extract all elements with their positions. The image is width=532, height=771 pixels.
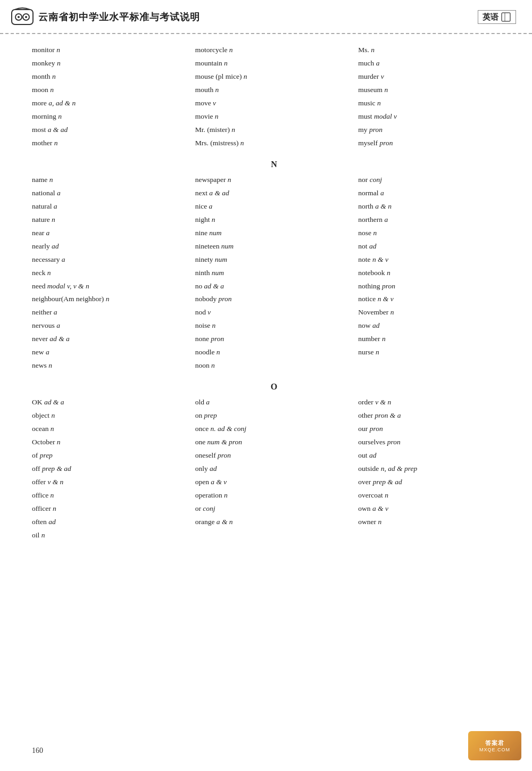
word-entry: our pron [358, 422, 511, 436]
word: oneself [195, 451, 218, 459]
part-of-speech: n [224, 491, 228, 499]
word: mother [32, 139, 54, 147]
word-entry: notebook n [358, 267, 511, 280]
word-entry: nice a [195, 200, 348, 213]
part-of-speech: a [376, 59, 380, 67]
word-entry: one num & pron [195, 436, 348, 449]
watermark-line2: MXQE.COM [479, 747, 510, 752]
logo-icon [11, 5, 34, 29]
part-of-speech: pron [211, 335, 224, 343]
word: my [358, 126, 369, 134]
word-column: newspaper nnext a & adnice anight nnine … [195, 173, 353, 373]
word: museum [358, 86, 384, 94]
part-of-speech: n [385, 491, 388, 499]
part-of-speech: modal v, v & n [47, 282, 89, 290]
word-column: Ms. nmuch amurder vmuseum nmusic nmust m… [358, 44, 516, 150]
part-of-speech: n [212, 321, 216, 329]
word-entry: movie n [195, 110, 348, 123]
part-of-speech: num [209, 229, 221, 237]
part-of-speech: n [224, 59, 228, 67]
svg-point-4 [25, 16, 27, 18]
part-of-speech: n [51, 411, 55, 419]
header-title: 云南省初中学业水平标准与考试说明 [38, 11, 200, 23]
word-entry: over prep & ad [358, 476, 511, 489]
word-entry: normal a [358, 187, 511, 200]
word: no [195, 282, 204, 290]
word: nor [358, 176, 369, 184]
word: nervous [32, 321, 56, 329]
word-entry: nature n [32, 213, 185, 227]
word-entry: oil n [32, 529, 185, 542]
word-entry: music n [358, 97, 511, 110]
part-of-speech: v & n [375, 398, 391, 406]
part-of-speech: n [231, 126, 235, 134]
word: notice [358, 295, 377, 303]
word: motorcycle [195, 46, 229, 54]
part-of-speech: n [53, 504, 56, 512]
word: ninety [195, 255, 215, 263]
part-of-speech: n [52, 72, 56, 80]
part-of-speech: prep & ad [373, 478, 402, 486]
o-section-header: O [32, 382, 516, 392]
word: necessary [32, 255, 62, 263]
part-of-speech: prep [204, 411, 217, 419]
word-entry: north a & n [358, 200, 511, 213]
word-entry: northern a [358, 213, 511, 227]
part-of-speech: v [381, 72, 384, 80]
word: owner [358, 518, 378, 526]
word: new [32, 348, 46, 356]
part-of-speech: n [240, 139, 244, 147]
word: out [358, 451, 369, 459]
word: morning [32, 112, 58, 120]
main-content: monitor nmonkey nmonth nmoon nmore a, ad… [0, 44, 532, 577]
word: much [358, 59, 376, 67]
word-column: name nnational anatural anature nnear an… [32, 173, 190, 373]
word: ocean [32, 425, 51, 433]
page: 云南省初中学业水平标准与考试说明 英语 monitor nmonkey nmon… [0, 0, 532, 771]
part-of-speech: n [57, 59, 61, 67]
n-section-header: N [32, 160, 516, 169]
part-of-speech: ad [48, 518, 56, 526]
word: outside [358, 465, 380, 472]
part-of-speech: n [49, 176, 53, 184]
word: nobody [195, 295, 219, 303]
svg-rect-5 [502, 13, 510, 21]
word-entry: moon n [32, 84, 185, 97]
word: ninth [195, 269, 212, 277]
word-entry: nothing pron [358, 280, 511, 293]
word: nine [195, 229, 210, 237]
word-entry: owner n [358, 516, 511, 529]
word-entry: nurse n [358, 346, 511, 359]
word-entry: operation n [195, 489, 348, 502]
part-of-speech: a & v [211, 478, 227, 486]
word: need [32, 282, 47, 290]
word-column: old aon preponce n. ad & conjone num & p… [195, 396, 353, 542]
word-entry: Mr. (mister) n [195, 123, 348, 137]
n-section: name nnational anatural anature nnear an… [32, 173, 516, 373]
word: old [195, 398, 206, 406]
watermark: 答案君 MXQE.COM [468, 731, 521, 760]
word: noodle [195, 348, 217, 356]
word-entry: motorcycle n [195, 44, 348, 57]
part-of-speech: ad [369, 451, 377, 459]
word-entry: office n [32, 489, 185, 502]
part-of-speech: n [229, 46, 233, 54]
word: movie [195, 112, 215, 120]
word: open [195, 478, 211, 486]
word: or [195, 504, 203, 512]
word-entry: often ad [32, 516, 185, 529]
word: mountain [195, 59, 224, 67]
part-of-speech: n [217, 348, 220, 356]
part-of-speech: ad [52, 242, 59, 250]
word: note [358, 255, 372, 263]
word-entry: own a & v [358, 502, 511, 516]
word: own [358, 504, 372, 512]
word-entry: neither a [32, 306, 185, 319]
part-of-speech: a [57, 189, 61, 197]
part-of-speech: a [380, 189, 384, 197]
part-of-speech: n [215, 86, 219, 94]
word: move [195, 99, 213, 107]
part-of-speech: a & ad [48, 126, 68, 134]
part-of-speech: n [215, 112, 219, 120]
word: newspaper [195, 176, 228, 184]
